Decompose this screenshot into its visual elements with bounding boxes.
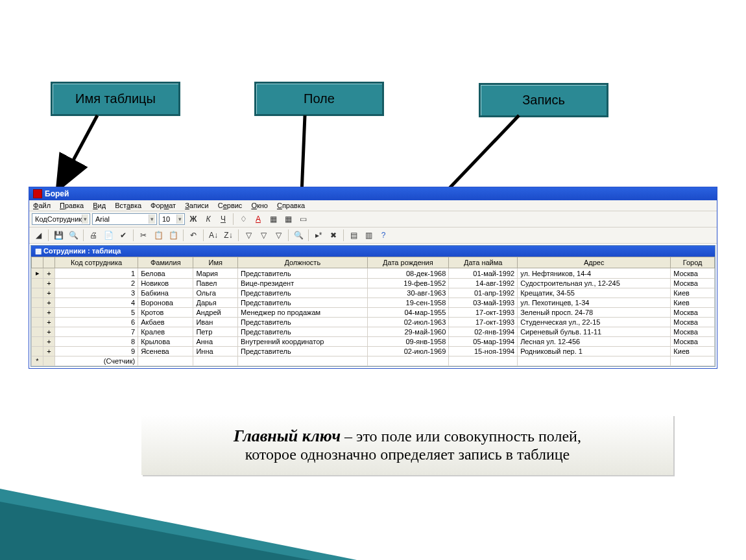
cell-id-new[interactable]: (Счетчик) [55, 356, 138, 366]
cell-addr[interactable]: Родниковый пер. 1 [518, 347, 671, 356]
expand-icon[interactable] [43, 356, 55, 366]
col-addr[interactable]: Адрес [518, 257, 671, 268]
cell-pos[interactable]: Представитель [238, 298, 368, 308]
combo-size[interactable]: 10 [159, 213, 185, 225]
cell-first[interactable]: Иван [193, 318, 238, 327]
expand-icon[interactable]: + [43, 318, 55, 327]
cell-hd[interactable]: 17-окт-1993 [449, 308, 518, 318]
cell-last[interactable]: Крылова [138, 337, 193, 347]
cell-last[interactable]: Новиков [138, 279, 193, 288]
cell-pos[interactable]: Представитель [238, 268, 368, 279]
cell-pos[interactable]: Представитель [238, 288, 368, 298]
cell-city[interactable]: Москва [671, 337, 715, 347]
cell-last[interactable]: Акбаев [138, 318, 193, 327]
menu-view[interactable]: Вид [93, 202, 106, 209]
cell-city[interactable]: Москва [671, 327, 715, 337]
cell-pos[interactable]: Представитель [238, 347, 368, 356]
preview-icon[interactable]: 📄 [102, 229, 115, 242]
cell-hd[interactable]: 03-май-1993 [449, 298, 518, 308]
cell-hd[interactable]: 15-ноя-1994 [449, 347, 518, 356]
gridlines-button[interactable]: ▦ [282, 213, 295, 226]
expand-icon[interactable]: + [43, 347, 55, 356]
font-color-button[interactable]: A [252, 213, 265, 226]
underline-button[interactable]: Ч [217, 213, 230, 226]
cell-city[interactable]: Киев [671, 288, 715, 298]
cell-id[interactable]: 8 [55, 337, 138, 347]
cell-city[interactable]: Москва [671, 308, 715, 318]
filter-form-icon[interactable]: ▽ [257, 229, 270, 242]
cell-bd[interactable]: 19-фев-1952 [367, 279, 449, 288]
new-row[interactable]: *(Счетчик) [32, 356, 715, 366]
cell-addr[interactable]: Зеленый просп. 24-78 [518, 308, 671, 318]
cell-hd[interactable]: 14-авг-1992 [449, 279, 518, 288]
expand-header[interactable] [43, 257, 55, 268]
cell-first[interactable]: Дарья [193, 298, 238, 308]
row-selector[interactable] [32, 298, 43, 308]
cell-city[interactable]: Москва [671, 318, 715, 327]
cell-city[interactable]: Москва [671, 268, 715, 279]
cell-pos[interactable]: Внутренний координатор [238, 337, 368, 347]
undo-icon[interactable]: ↶ [187, 229, 200, 242]
row-selector[interactable]: ▸ [32, 268, 43, 279]
new-record-icon[interactable]: ▸* [312, 229, 325, 242]
table-row[interactable]: +3БабкинаОльгаПредставитель30-авг-196301… [32, 288, 715, 298]
cell-last[interactable]: Белова [138, 268, 193, 279]
bold-button[interactable]: Ж [187, 213, 200, 226]
menu-records[interactable]: Записи [185, 202, 209, 209]
cell-addr[interactable]: ул. Нефтяников, 14-4 [518, 268, 671, 279]
cell-hd[interactable]: 01-май-1992 [449, 268, 518, 279]
table-row[interactable]: +8КрыловаАннаВнутренний координатор09-ян… [32, 337, 715, 347]
cell-pos[interactable]: Представитель [238, 327, 368, 337]
cut-icon[interactable]: ✂ [137, 229, 150, 242]
cell-pos[interactable]: Представитель [238, 318, 368, 327]
table-row[interactable]: +5КротовАндрейМенеджер по продажам04-мар… [32, 308, 715, 318]
expand-icon[interactable]: + [43, 337, 55, 347]
cell-last[interactable]: Ясенева [138, 347, 193, 356]
cell-first[interactable]: Андрей [193, 308, 238, 318]
filter-selection-icon[interactable]: ▽ [242, 229, 255, 242]
db-window-icon[interactable]: ▤ [347, 229, 360, 242]
cell-pos[interactable]: Менеджер по продажам [238, 308, 368, 318]
cell-first[interactable]: Инна [193, 347, 238, 356]
table-row[interactable]: +9ЯсеневаИннаПредставитель02-июл-196915-… [32, 347, 715, 356]
col-hd[interactable]: Дата найма [449, 257, 518, 268]
expand-icon[interactable]: + [43, 298, 55, 308]
italic-button[interactable]: К [202, 213, 215, 226]
combo-field[interactable]: КодСотрудник [32, 213, 90, 225]
menu-file[interactable]: Файл [33, 202, 51, 209]
cell-bd[interactable]: 02-июл-1969 [367, 347, 449, 356]
col-last[interactable]: Фамилия [138, 257, 193, 268]
combo-font[interactable]: Arial [92, 213, 157, 225]
row-selector[interactable] [32, 337, 43, 347]
new-row-selector[interactable]: * [32, 356, 43, 366]
cell-id[interactable]: 7 [55, 327, 138, 337]
cell-last[interactable]: Воронова [138, 298, 193, 308]
cell-hd[interactable]: 05-мар-1994 [449, 337, 518, 347]
cell-bd[interactable]: 08-дек-1968 [367, 268, 449, 279]
cell-bd[interactable]: 09-янв-1958 [367, 337, 449, 347]
expand-icon[interactable]: + [43, 308, 55, 318]
expand-icon[interactable]: + [43, 288, 55, 298]
cell-addr[interactable]: Крещатик, 34-55 [518, 288, 671, 298]
menu-edit[interactable]: Правка [60, 202, 84, 209]
cell-addr[interactable]: Студенческая ул., 22-15 [518, 318, 671, 327]
row-selector[interactable] [32, 279, 43, 288]
col-bd[interactable]: Дата рождения [367, 257, 449, 268]
cell-id[interactable]: 3 [55, 288, 138, 298]
table-row[interactable]: ▸+1БеловаМарияПредставитель08-дек-196801… [32, 268, 715, 279]
cell-addr[interactable]: ул. Пехотинцев, 1-34 [518, 298, 671, 308]
special-effect-button[interactable]: ▭ [296, 213, 309, 226]
filter-toggle-icon[interactable]: ▽ [272, 229, 285, 242]
cell-addr[interactable]: Сиреневый бульв. 11-11 [518, 327, 671, 337]
col-city[interactable]: Город [671, 257, 715, 268]
paste-icon[interactable]: 📋 [167, 229, 180, 242]
window-titlebar[interactable]: Борей [29, 187, 717, 200]
cell-first[interactable]: Анна [193, 337, 238, 347]
cell-first[interactable]: Петр [193, 327, 238, 337]
fill-color-button[interactable]: ♢ [237, 213, 250, 226]
cell-first[interactable]: Мария [193, 268, 238, 279]
row-selector[interactable] [32, 347, 43, 356]
table-row[interactable]: +4ВороноваДарьяПредставитель19-сен-19580… [32, 298, 715, 308]
row-selector[interactable] [32, 327, 43, 337]
help-icon[interactable]: ? [377, 229, 390, 242]
